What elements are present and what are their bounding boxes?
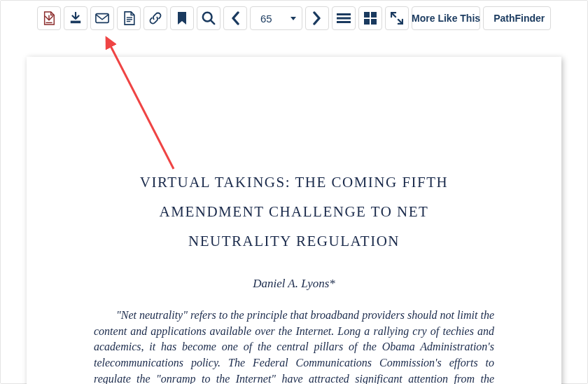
title-line-1: VIRTUAL TAKINGS: THE COMING FIFTH bbox=[94, 167, 494, 197]
toolbar: 65 bbox=[1, 1, 587, 36]
document-abstract: "Net neutrality" refers to the principle… bbox=[94, 308, 494, 384]
search-button[interactable] bbox=[197, 6, 220, 30]
svg-rect-13 bbox=[364, 19, 370, 25]
pathfinder-button[interactable]: PathFinder bbox=[483, 6, 551, 30]
svg-rect-11 bbox=[364, 12, 370, 18]
title-line-3: NEUTRALITY REGULATION bbox=[94, 226, 494, 256]
chevron-right-icon bbox=[312, 11, 322, 25]
next-page-button[interactable] bbox=[305, 6, 329, 30]
svg-line-7 bbox=[211, 20, 214, 24]
email-icon bbox=[95, 13, 109, 24]
more-like-this-label: More Like This bbox=[412, 13, 480, 24]
svg-rect-2 bbox=[96, 14, 108, 23]
pdf-button[interactable] bbox=[37, 6, 61, 30]
grid-icon bbox=[364, 12, 377, 25]
document-page: VIRTUAL TAKINGS: THE COMING FIFTH AMENDM… bbox=[27, 57, 561, 384]
chevron-left-icon bbox=[230, 11, 240, 25]
pdf-icon bbox=[43, 11, 55, 25]
prev-page-button[interactable] bbox=[223, 6, 247, 30]
document-text-button[interactable] bbox=[117, 6, 141, 30]
title-line-2: AMENDMENT CHALLENGE TO NET bbox=[94, 197, 494, 226]
download-icon bbox=[69, 12, 82, 25]
page-number-select[interactable]: 65 bbox=[250, 6, 302, 30]
download-button[interactable] bbox=[64, 6, 88, 30]
svg-rect-12 bbox=[371, 12, 377, 18]
svg-rect-9 bbox=[337, 18, 351, 20]
document-text-icon bbox=[123, 11, 135, 25]
fullscreen-button[interactable] bbox=[385, 6, 409, 30]
link-icon bbox=[148, 11, 162, 25]
more-like-this-button[interactable]: More Like This bbox=[412, 6, 481, 30]
svg-rect-10 bbox=[337, 21, 351, 23]
pathfinder-label: PathFinder bbox=[493, 13, 545, 24]
svg-rect-14 bbox=[371, 19, 377, 25]
grid-view-button[interactable] bbox=[358, 6, 382, 30]
list-icon bbox=[337, 13, 351, 24]
email-button[interactable] bbox=[90, 6, 114, 30]
expand-icon bbox=[391, 12, 403, 25]
page-number-value: 65 bbox=[260, 13, 272, 25]
bookmark-icon bbox=[176, 11, 188, 25]
document-title: VIRTUAL TAKINGS: THE COMING FIFTH AMENDM… bbox=[94, 167, 494, 256]
search-icon bbox=[202, 11, 216, 25]
list-view-button[interactable] bbox=[332, 6, 356, 30]
bookmark-button[interactable] bbox=[170, 6, 194, 30]
link-button[interactable] bbox=[144, 6, 167, 30]
svg-rect-8 bbox=[337, 13, 351, 15]
caret-down-icon bbox=[290, 17, 296, 20]
document-author: Daniel A. Lyons* bbox=[94, 277, 494, 291]
